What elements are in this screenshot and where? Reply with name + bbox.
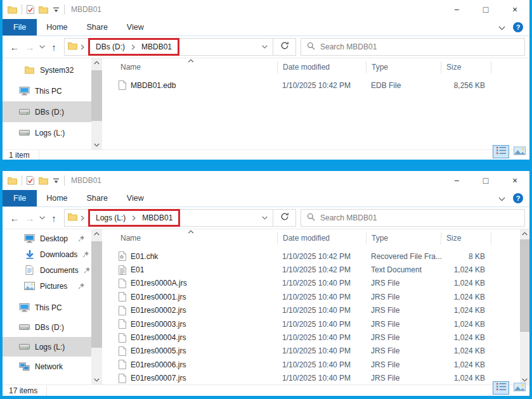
back-button[interactable]: ←	[7, 213, 22, 223]
close-button[interactable]: ×	[500, 0, 529, 19]
help-icon[interactable]: ?	[513, 193, 523, 203]
scroll-down-icon[interactable]	[91, 378, 102, 382]
sidebar-item-this-pc[interactable]: This PC	[3, 80, 91, 101]
tab-file[interactable]: File	[3, 19, 37, 35]
column-header-date[interactable]: Date modified	[277, 61, 366, 73]
qat-new-folder-icon[interactable]	[39, 177, 48, 185]
thumbnail-view-button[interactable]	[511, 381, 528, 395]
file-row[interactable]: E01res00007.jrs1/10/2025 10:40 PMJRS Fil…	[105, 372, 529, 384]
sidebar-item-pictures[interactable]: Pictures	[3, 278, 91, 294]
details-view-button[interactable]	[493, 381, 509, 395]
sidebar-item-desktop[interactable]: Desktop	[3, 231, 91, 246]
breadcrumb-segment-folder[interactable]: MBDB01	[139, 213, 176, 222]
address-dropdown-icon[interactable]	[262, 216, 269, 220]
scroll-up-icon[interactable]	[91, 61, 102, 65]
close-icon: ×	[512, 5, 517, 14]
scroll-up-icon[interactable]	[91, 232, 102, 236]
search-input[interactable]	[320, 213, 519, 222]
breadcrumb-chevron-icon[interactable]	[129, 215, 139, 221]
refresh-button[interactable]	[273, 38, 296, 56]
tab-share[interactable]: Share	[77, 19, 117, 35]
address-bar[interactable]: Logs (L:) MBDB01	[64, 209, 273, 227]
breadcrumb-segment-drive[interactable]: DBs (D:)	[93, 42, 128, 51]
address-dropdown-icon[interactable]	[262, 45, 269, 49]
file-row[interactable]: E01res0000A.jrs1/10/2025 10:40 PMJRS Fil…	[105, 277, 529, 290]
column-header-size[interactable]: Size	[441, 232, 491, 244]
file-row[interactable]: E01res00004.jrs1/10/2025 10:40 PMJRS Fil…	[105, 331, 529, 344]
tab-home[interactable]: Home	[37, 190, 77, 206]
column-header-date[interactable]: Date modified	[277, 232, 366, 244]
recent-locations-icon[interactable]	[37, 45, 46, 49]
back-button[interactable]: ←	[7, 42, 22, 52]
address-bar[interactable]: DBs (D:) MBDB01	[64, 38, 273, 56]
scroll-down-icon[interactable]	[91, 143, 102, 147]
forward-button[interactable]: →	[22, 213, 37, 223]
file-row[interactable]: E01res00003.jrs1/10/2025 10:40 PMJRS Fil…	[105, 317, 529, 331]
sidebar-item-network[interactable]: Network	[3, 143, 91, 149]
sidebar-item-this-pc[interactable]: This PC	[3, 298, 91, 317]
qat-new-folder-icon[interactable]	[39, 6, 48, 14]
navigation-pane: System32This PCDBs (D:)Logs (L:)Network	[3, 58, 91, 149]
recent-locations-icon[interactable]	[37, 216, 46, 220]
forward-button[interactable]: →	[22, 42, 37, 52]
tab-share[interactable]: Share	[77, 190, 117, 206]
minimize-button[interactable]: −	[442, 171, 471, 190]
file-row[interactable]: E01res00001.jrs1/10/2025 10:40 PMJRS Fil…	[105, 290, 529, 303]
refresh-button[interactable]	[273, 209, 296, 227]
close-button[interactable]: ×	[500, 171, 529, 190]
sidebar-item-logs-l[interactable]: Logs (L:)	[3, 122, 91, 143]
up-button[interactable]: ↑	[46, 213, 62, 223]
breadcrumb-segment-folder[interactable]: MBDB01	[138, 42, 175, 51]
file-row[interactable]: E01.chk1/10/2025 10:42 PMRecovered File …	[105, 250, 529, 263]
tab-home[interactable]: Home	[37, 19, 77, 35]
breadcrumb-chevron-icon[interactable]	[77, 215, 88, 221]
scrollbar-thumb[interactable]	[520, 239, 529, 332]
file-row[interactable]: MBDB01.edb1/10/2025 10:42 PMEDB File8,25…	[105, 79, 529, 92]
scrollbar-thumb[interactable]	[91, 70, 102, 121]
up-button[interactable]: ↑	[46, 42, 62, 52]
minimize-button[interactable]: −	[442, 0, 471, 19]
qat-customize-icon[interactable]	[53, 7, 60, 13]
breadcrumb-segment-drive[interactable]: Logs (L:)	[93, 213, 129, 222]
ribbon-collapse-icon[interactable]	[498, 22, 505, 33]
sidebar-item-network[interactable]: Network	[3, 357, 91, 376]
breadcrumb-chevron-icon[interactable]	[77, 44, 88, 50]
tab-view[interactable]: View	[117, 190, 153, 206]
sidebar-item-documents[interactable]: Documents	[3, 262, 91, 278]
column-header-type[interactable]: Type	[366, 61, 441, 73]
details-view-button[interactable]	[493, 145, 509, 158]
sidebar-item-dbs-d[interactable]: DBs (D:)	[3, 317, 91, 337]
column-header-name[interactable]: Name	[105, 61, 277, 73]
breadcrumb-chevron-icon[interactable]	[128, 44, 138, 50]
scroll-up-icon[interactable]	[520, 232, 529, 236]
maximize-button[interactable]: □	[471, 0, 500, 19]
thumbnail-view-button[interactable]	[511, 145, 528, 158]
file-date-modified: 1/10/2025 10:40 PM	[277, 374, 366, 383]
tab-file[interactable]: File	[3, 190, 37, 206]
ribbon-collapse-icon[interactable]	[498, 193, 505, 204]
qat-properties-icon[interactable]	[27, 5, 34, 14]
file-row[interactable]: E01res00005.jrs1/10/2025 10:40 PMJRS Fil…	[105, 345, 529, 358]
sidebar-item-system32[interactable]: System32	[3, 60, 91, 80]
search-input[interactable]	[320, 42, 519, 51]
file-row[interactable]: E01res00006.jrs1/10/2025 10:40 PMJRS Fil…	[105, 358, 529, 371]
drive-icon	[19, 108, 30, 115]
sidebar-item-dbs-d[interactable]: DBs (D:)	[3, 101, 91, 122]
file-row[interactable]: E011/10/2025 10:42 PMText Document1,024 …	[105, 263, 529, 276]
sidebar-item-downloads[interactable]: Downloads	[3, 246, 91, 262]
file-list-pane: Name Date modified Type Size MBDB01.edb1…	[102, 58, 529, 149]
scrollbar-thumb[interactable]	[91, 241, 102, 348]
help-icon[interactable]: ?	[513, 22, 523, 32]
sidebar-item-logs-l[interactable]: Logs (L:)	[3, 337, 91, 357]
sidebar-scrollbar[interactable]	[91, 229, 102, 384]
file-row[interactable]: E01res00002.jrs1/10/2025 10:40 PMJRS Fil…	[105, 304, 529, 317]
qat-customize-icon[interactable]	[53, 178, 60, 184]
sidebar-scrollbar[interactable]	[91, 58, 102, 149]
file-list-scrollbar[interactable]	[520, 229, 529, 384]
qat-properties-icon[interactable]	[27, 176, 34, 185]
column-header-name[interactable]: Name	[105, 232, 277, 244]
tab-view[interactable]: View	[117, 19, 153, 35]
column-header-size[interactable]: Size	[441, 61, 491, 73]
maximize-button[interactable]: □	[471, 171, 500, 190]
column-header-type[interactable]: Type	[366, 232, 441, 244]
